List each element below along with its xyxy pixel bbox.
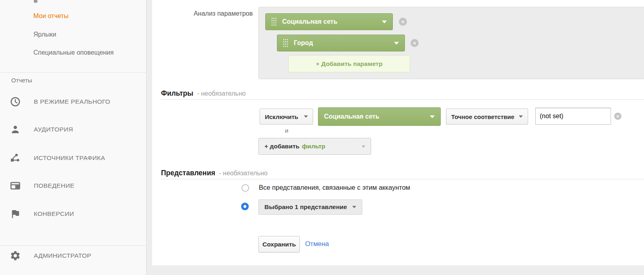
sidebar-divider (0, 72, 146, 73)
sidebar-item-behavior[interactable]: ПОВЕДЕНИЕ (0, 178, 146, 193)
sidebar-section-reports: Отчеты (11, 77, 32, 84)
drag-handle-icon[interactable] (283, 39, 288, 47)
person-icon (9, 123, 21, 135)
dimension-chip-city[interactable]: Город (277, 35, 405, 51)
cancel-link[interactable]: Отмена (305, 240, 329, 248)
traffic-sources-icon (9, 152, 21, 164)
chevron-down-icon (394, 42, 399, 45)
cut-off-icon (34, 0, 37, 3)
radio-all-views[interactable] (242, 184, 249, 192)
sidebar-item-custom-alerts[interactable]: Специальные оповещения (33, 49, 114, 56)
main-panel: Анализ параметров Социальная сеть Город … (152, 0, 644, 265)
chevron-down-icon (352, 206, 356, 208)
filter-match-type-dropdown[interactable]: Точное соответствие (446, 109, 528, 125)
remove-dimension-icon[interactable] (411, 39, 419, 47)
chevron-down-icon (382, 21, 387, 23)
filters-heading-optional: - необязательно (197, 90, 246, 97)
clock-icon (9, 96, 21, 108)
add-dimension-button[interactable]: + Добавить параметр (288, 55, 410, 72)
filter-exclude-dropdown[interactable]: Исключить (260, 109, 313, 125)
sidebar-item-realtime[interactable]: В РЕЖИМЕ РЕАЛЬНОГО (0, 94, 146, 109)
dimension-chip-label: Социальная сеть (282, 18, 338, 25)
remove-dimension-icon[interactable] (399, 18, 407, 26)
sidebar-item-my-reports[interactable]: Мои отчеты (33, 12, 68, 20)
filters-heading: Фильтры - необязательно (161, 89, 246, 98)
chevron-down-icon (519, 115, 523, 118)
sidebar-item-label: АУДИТОРИЯ (34, 126, 73, 133)
clear-filter-icon[interactable] (614, 113, 621, 120)
sidebar-item-audience[interactable]: АУДИТОРИЯ (0, 122, 146, 137)
selected-views-dropdown[interactable]: Выбрано 1 представление (258, 199, 362, 215)
sidebar-item-label: КОНВЕРСИИ (34, 210, 74, 218)
dimensions-container: Социальная сеть Город + Добавить парамет… (258, 7, 644, 79)
flag-icon (9, 208, 21, 220)
dimensions-label: Анализ параметров (174, 10, 253, 17)
views-heading: Представления - необязательно (161, 169, 268, 177)
sidebar-item-label: В РЕЖИМЕ РЕАЛЬНОГО (34, 98, 110, 105)
filter-exclude-label: Исключить (265, 113, 298, 120)
radio-selected-views[interactable] (241, 203, 249, 210)
section-divider (161, 179, 644, 179)
add-filter-button[interactable]: + добавить фильтр (258, 138, 371, 155)
sidebar-item-label: ИСТОЧНИКИ ТРАФИКА (34, 154, 105, 162)
views-heading-optional: - необязательно (219, 170, 268, 176)
dimension-chip-label: Город (294, 39, 313, 47)
drag-handle-icon[interactable] (271, 17, 277, 26)
section-divider (161, 99, 644, 100)
filter-value-input[interactable] (535, 108, 611, 125)
views-heading-title: Представления (161, 169, 215, 177)
sidebar-item-admin[interactable]: АДМИНИСТРАТОР (0, 248, 146, 263)
radio-all-views-label: Все представления, связанные с этим акка… (259, 184, 410, 191)
add-filter-word-label: фильтр (302, 143, 325, 150)
sidebar-item-shortcuts[interactable]: Ярлыки (33, 31, 56, 38)
sidebar-item-label: АДМИНИСТРАТОР (34, 252, 91, 259)
selected-views-label: Выбрано 1 представление (264, 203, 347, 211)
sidebar-divider (0, 245, 146, 246)
filter-match-type-label: Точное соответствие (451, 113, 514, 120)
filter-dimension-label: Социальная сеть (324, 113, 380, 120)
behavior-icon (9, 180, 21, 192)
sidebar-item-acquisition[interactable]: ИСТОЧНИКИ ТРАФИКА (0, 150, 146, 166)
filter-dimension-dropdown[interactable]: Социальная сеть (318, 107, 441, 126)
sidebar-item-label: ПОВЕДЕНИЕ (34, 182, 74, 189)
filter-and-label: и (285, 127, 288, 134)
filters-heading-title: Фильтры (161, 89, 193, 97)
add-filter-plus-label: + добавить (264, 143, 299, 150)
chevron-down-icon (362, 146, 365, 148)
dimension-chip-social-network[interactable]: Социальная сеть (265, 13, 393, 30)
chevron-down-icon (304, 115, 308, 118)
chevron-down-icon (430, 115, 435, 118)
sidebar-item-conversions[interactable]: КОНВЕРСИИ (0, 206, 146, 222)
sidebar: Мои отчеты Ярлыки Специальные оповещения… (0, 0, 147, 275)
gear-icon (9, 250, 21, 262)
save-button[interactable]: Сохранить (258, 236, 300, 252)
